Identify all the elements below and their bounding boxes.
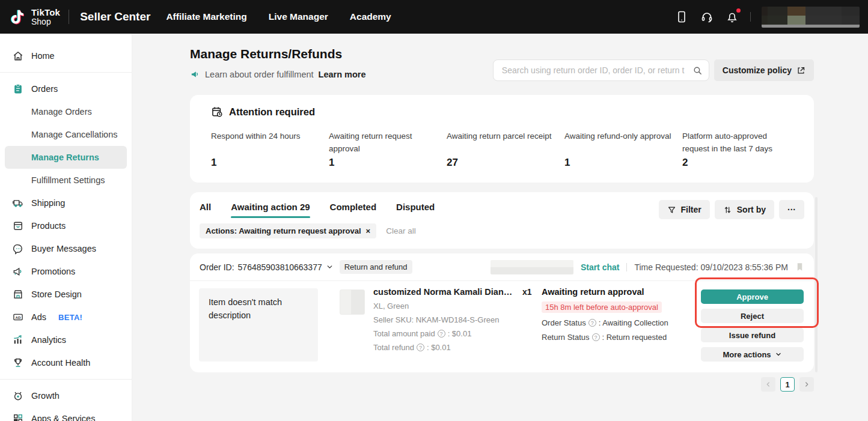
trophy-icon [12,357,24,369]
chevron-down-icon [775,351,782,358]
chevron-down-icon [326,263,334,271]
product-info: customized Norma Kamali Diana G... x1 XL… [373,287,545,352]
seller-center-page: TikTok Shop Seller Center Affiliate Mark… [0,0,868,421]
sidebar-item-ads[interactable]: AD Ads BETA! [0,306,132,329]
search-box [493,59,709,81]
search-input[interactable] [502,65,692,75]
nav-affiliate-marketing[interactable]: Affiliate Marketing [166,11,246,22]
stat-awaiting-parcel-receipt[interactable]: Awaiting return parcel receipt 27 [447,130,564,169]
next-page-button[interactable] [799,377,814,392]
support-headset-icon[interactable] [700,10,714,24]
attention-required-card: Attention required Respond within 24 hou… [190,95,814,183]
bookmark-icon[interactable] [795,262,804,272]
sidebar-item-growth[interactable]: Growth [0,384,132,407]
stat-awaiting-return-request[interactable]: Awaiting return request approval 1 [329,130,447,169]
total-refund-line: Total refund ? : $0.01 [373,343,545,352]
nav-academy[interactable]: Academy [350,11,391,22]
issue-refund-button[interactable]: Issue refund [701,328,804,342]
tiktok-shop-logo[interactable]: TikTok Shop [8,7,60,27]
sidebar-item-analytics[interactable]: Analytics [0,329,132,351]
top-bar: TikTok Shop Seller Center Affiliate Mark… [0,0,868,34]
sidebar-label: Buyer Messages [31,244,96,253]
return-status-label: Return Status [542,333,590,342]
tab-awaiting-action[interactable]: Awaiting action 29 [231,202,310,218]
clear-all-link[interactable]: Clear all [386,226,416,235]
banner-text: Learn about order fulfillment [205,70,314,79]
chevron-right-icon [803,381,810,388]
order-id-label: Order ID: [200,262,234,272]
sidebar-item-home[interactable]: Home [0,44,132,67]
sidebar-item-manage-orders[interactable]: Manage Orders [0,100,132,123]
return-order-card: Order ID: 576485903810663377 Return and … [190,253,814,372]
stat-respond-24h[interactable]: Respond within 24 hours 1 [211,130,329,169]
stat-awaiting-refund-only[interactable]: Awaiting refund-only approval 1 [564,130,682,169]
sidebar-item-products[interactable]: Products [0,214,132,237]
shipping-truck-icon [12,197,24,209]
approve-button[interactable]: Approve [701,289,804,304]
megaphone-icon [12,265,24,277]
product-image[interactable] [340,289,365,315]
sidebar-item-promotions[interactable]: Promotions [0,260,132,283]
more-actions-button[interactable]: More actions [701,347,804,362]
tab-disputed[interactable]: Disputed [396,202,435,218]
apps-grid-icon [12,413,24,421]
nav-seller-center[interactable]: Seller Center [80,10,150,23]
notifications-bell-icon[interactable] [725,10,739,24]
account-menu-redacted[interactable] [762,7,860,28]
order-id-toggle[interactable]: Order ID: 576485903810663377 [200,262,334,272]
stat-platform-auto-approved[interactable]: Platform auto-approved request in the la… [682,130,821,169]
beta-badge: BETA! [58,313,82,322]
nav-live-manager[interactable]: Live Manager [269,11,328,22]
product-quantity: x1 [522,287,532,297]
prev-page-button[interactable] [761,377,775,392]
help-icon[interactable]: ? [438,330,445,338]
mobile-app-icon[interactable] [674,10,689,24]
sidebar-item-fulfillment-settings[interactable]: Fulfillment Settings [0,169,132,192]
filter-chip[interactable]: Actions: Awaiting return request approva… [200,223,376,238]
sidebar-item-buyer-messages[interactable]: Buyer Messages [0,237,132,260]
active-filters-row: Actions: Awaiting return request approva… [200,223,804,238]
learn-more-link[interactable]: Learn more [319,70,366,79]
order-status-value: : Awaiting Collection [599,318,668,327]
customize-policy-button[interactable]: Customize policy [714,59,814,81]
tab-all[interactable]: All [200,202,211,218]
attention-header: Attention required [211,106,814,118]
filter-chip-label: Actions: Awaiting return request approva… [206,226,361,235]
sidebar-item-account-health[interactable]: Account Health [0,351,132,374]
help-icon[interactable]: ? [588,319,596,327]
sidebar-label: Ads [31,312,46,322]
sidebar-item-store-design[interactable]: Store Design [0,283,132,306]
sidebar-item-apps-services[interactable]: Apps & Services [0,407,132,421]
time-requested: Time Requested: 09/10/2023 8:55:36 PM [634,262,788,272]
sort-by-button[interactable]: Sort by [715,200,774,219]
help-icon[interactable]: ? [592,333,600,341]
reject-button[interactable]: Reject [701,309,804,323]
product-title[interactable]: customized Norma Kamali Diana G... [373,287,516,297]
main-content: Manage Returns/Refunds Learn about order… [132,34,868,421]
sidebar-item-manage-cancellations[interactable]: Manage Cancellations [0,123,132,146]
product-variant: XL, Green [373,301,545,310]
buyer-name-redacted [491,260,573,274]
sidebar-item-manage-returns[interactable]: Manage Returns [5,146,127,169]
page-number-button[interactable]: 1 [780,377,795,392]
topbar-right [674,7,860,28]
sidebar-label: Apps & Services [31,414,95,421]
sort-button-label: Sort by [737,205,766,214]
filter-button-label: Filter [681,205,701,214]
tab-completed[interactable]: Completed [330,202,377,218]
sidebar-label: Orders [31,84,58,94]
remove-filter-icon[interactable]: × [366,226,371,235]
search-icon[interactable] [692,65,703,76]
attention-stats: Respond within 24 hours 1 Awaiting retur… [211,130,814,169]
filter-button[interactable]: Filter [659,200,710,219]
list-actions: Filter Sort by ··· [659,200,804,219]
start-chat-link[interactable]: Start chat [581,262,620,272]
more-options-button[interactable]: ··· [779,200,804,219]
content-scrollbar[interactable] [815,197,818,372]
notification-badge [736,8,741,13]
sidebar-item-orders[interactable]: Orders [0,77,132,100]
header-actions: Customize policy [493,59,814,81]
sidebar-item-shipping[interactable]: Shipping [0,192,132,214]
return-status-value: : Return requested [602,333,667,342]
help-icon[interactable]: ? [417,344,424,351]
